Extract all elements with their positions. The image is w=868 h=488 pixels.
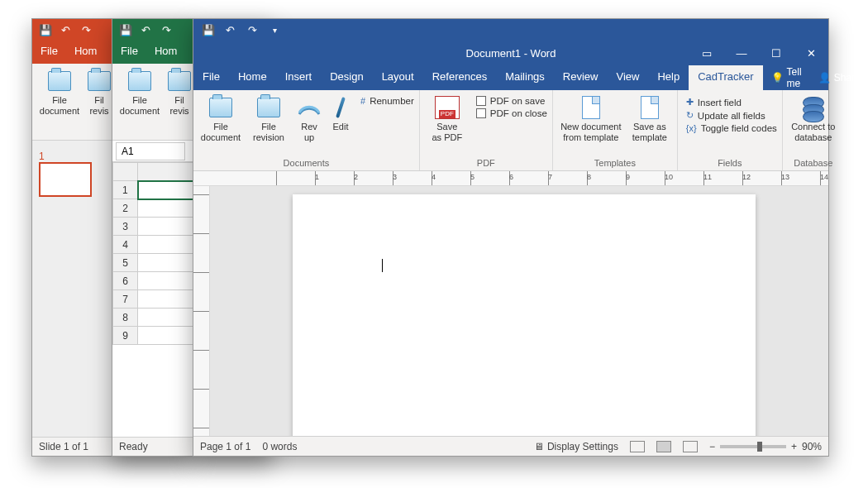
xl-select-all[interactable]	[113, 163, 138, 181]
undo-icon[interactable]: ↶	[224, 24, 236, 36]
share-button[interactable]: 👤 Share	[810, 65, 868, 90]
wd-ribbon-tabs: File Home Insert Design Layout Reference…	[193, 65, 828, 90]
print-layout-view-icon[interactable]	[656, 441, 671, 452]
minimize-button[interactable]: —	[724, 41, 759, 65]
xl-file-revision-button[interactable]: Fil revis	[165, 67, 193, 117]
pp-file-revision-button[interactable]: Fil revis	[85, 67, 113, 117]
zoom-slider[interactable]	[720, 445, 786, 448]
tab-home[interactable]: Home	[229, 65, 276, 90]
status-page[interactable]: Page 1 of 1	[200, 441, 250, 452]
xl-row-header[interactable]: 2	[113, 199, 138, 218]
pdf-on-save-checkbox[interactable]: PDF on save	[476, 96, 547, 106]
save-icon[interactable]: 💾	[202, 24, 214, 36]
xl-row-header[interactable]: 3	[113, 218, 138, 236]
xl-tab-home[interactable]: Hom	[146, 41, 185, 64]
tab-file[interactable]: File	[193, 65, 229, 90]
zoom-out-icon[interactable]: −	[709, 441, 715, 452]
ribbon-display-options-icon[interactable]: ▭	[689, 41, 724, 65]
tab-mailings[interactable]: Mailings	[496, 65, 554, 90]
file-document-label: File document	[201, 122, 241, 142]
pdf-on-close-checkbox[interactable]: PDF on close	[476, 108, 547, 118]
xl-row-header[interactable]: 1	[113, 181, 138, 199]
wd-status-bar: Page 1 of 1 0 words 🖥 Display Settings −…	[193, 436, 828, 456]
lightbulb-icon: 💡	[771, 72, 784, 84]
web-layout-view-icon[interactable]	[683, 441, 698, 452]
wd-document-page[interactable]	[293, 194, 756, 436]
tab-help[interactable]: Help	[648, 65, 689, 90]
redo-icon[interactable]: ↷	[246, 24, 259, 36]
pp-status-text: Slide 1 of 1	[39, 441, 88, 452]
zoom-level[interactable]: 90%	[802, 441, 822, 452]
checkbox-icon	[476, 96, 486, 106]
undo-icon[interactable]: ↶	[140, 24, 152, 36]
xl-file-document-button[interactable]: File document	[117, 67, 162, 117]
pp-file-revision-label: Fil revis	[89, 95, 108, 116]
pp-tab-home[interactable]: Hom	[66, 41, 105, 64]
maximize-button[interactable]: ☐	[759, 41, 794, 65]
zoom-control[interactable]: − + 90%	[709, 441, 822, 452]
tab-design[interactable]: Design	[321, 65, 372, 90]
file-document-button[interactable]: File document	[198, 93, 243, 143]
share-label: Share	[834, 72, 861, 84]
connect-to-database-button[interactable]: Connect to database	[788, 93, 839, 143]
pp-file-document-button[interactable]: File document	[37, 67, 82, 117]
group-fields-label: Fields	[718, 156, 742, 170]
save-icon[interactable]: 💾	[119, 24, 131, 36]
wd-vertical-ruler[interactable]	[193, 186, 210, 436]
status-word-count[interactable]: 0 words	[262, 441, 297, 452]
tell-me-search[interactable]: 💡 Tell me	[763, 65, 810, 90]
insert-field-button[interactable]: ✚ Insert field	[686, 97, 777, 108]
update-all-fields-button[interactable]: ↻ Update all fields	[686, 110, 777, 121]
pp-file-document-label: File document	[40, 95, 79, 116]
checkbox-icon	[476, 108, 486, 118]
xl-row-header[interactable]: 4	[113, 236, 138, 254]
save-as-pdf-button[interactable]: PDF Save as PDF	[425, 93, 470, 143]
rev-up-button[interactable]: Rev up	[294, 93, 324, 143]
braces-icon: {x}	[686, 123, 697, 133]
xl-row-header[interactable]: 5	[113, 254, 138, 272]
tab-references[interactable]: References	[423, 65, 496, 90]
wd-horizontal-ruler[interactable]: 123456789101112131415161718	[193, 171, 828, 186]
folder-icon	[168, 71, 191, 91]
pp-tab-file[interactable]: File	[32, 41, 66, 64]
edit-label: Edit	[333, 122, 349, 132]
redo-icon[interactable]: ↷	[80, 24, 93, 36]
xl-row-header[interactable]: 6	[113, 272, 138, 290]
xl-row-header[interactable]: 9	[113, 327, 138, 345]
tab-review[interactable]: Review	[554, 65, 608, 90]
tab-cadtracker[interactable]: CadTracker	[689, 65, 762, 90]
display-settings-icon: 🖥	[534, 441, 544, 452]
group-database-label: Database	[794, 156, 832, 170]
tab-insert[interactable]: Insert	[276, 65, 322, 90]
plus-icon: ✚	[686, 97, 694, 108]
save-as-template-button[interactable]: Save as template	[627, 93, 672, 143]
pen-icon	[336, 97, 346, 118]
database-icon	[803, 97, 824, 118]
undo-icon[interactable]: ↶	[60, 24, 72, 36]
xl-row-header[interactable]: 8	[113, 309, 138, 327]
redo-icon[interactable]: ↷	[160, 24, 173, 36]
connect-db-label: Connect to database	[791, 122, 835, 142]
pp-slide-thumbnail[interactable]	[39, 162, 92, 197]
read-mode-view-icon[interactable]	[630, 441, 645, 452]
wd-quick-access-toolbar: 💾 ↶ ↷ ▾	[193, 19, 828, 41]
save-icon[interactable]: 💾	[39, 24, 51, 36]
new-document-from-template-button[interactable]: New document from template	[558, 93, 624, 143]
xl-row-header[interactable]: 7	[113, 290, 138, 309]
zoom-in-icon[interactable]: +	[791, 441, 797, 452]
xl-name-box[interactable]	[116, 142, 185, 160]
file-revision-button[interactable]: File revision	[246, 93, 291, 143]
update-fields-label: Update all fields	[698, 111, 765, 121]
display-settings-button[interactable]: 🖥 Display Settings	[534, 441, 618, 452]
xl-tab-file[interactable]: File	[112, 41, 146, 64]
tab-view[interactable]: View	[607, 65, 648, 90]
renumber-button[interactable]: # Renumber	[360, 96, 414, 106]
customize-qat-icon[interactable]: ▾	[269, 24, 281, 36]
save-as-template-label: Save as template	[632, 122, 667, 142]
toggle-codes-label: Toggle field codes	[701, 123, 777, 133]
toggle-field-codes-button[interactable]: {x} Toggle field codes	[686, 123, 777, 133]
tab-layout[interactable]: Layout	[373, 65, 423, 90]
close-button[interactable]: ✕	[794, 41, 828, 65]
text-cursor	[382, 259, 383, 272]
edit-button[interactable]: Edit	[327, 93, 354, 132]
